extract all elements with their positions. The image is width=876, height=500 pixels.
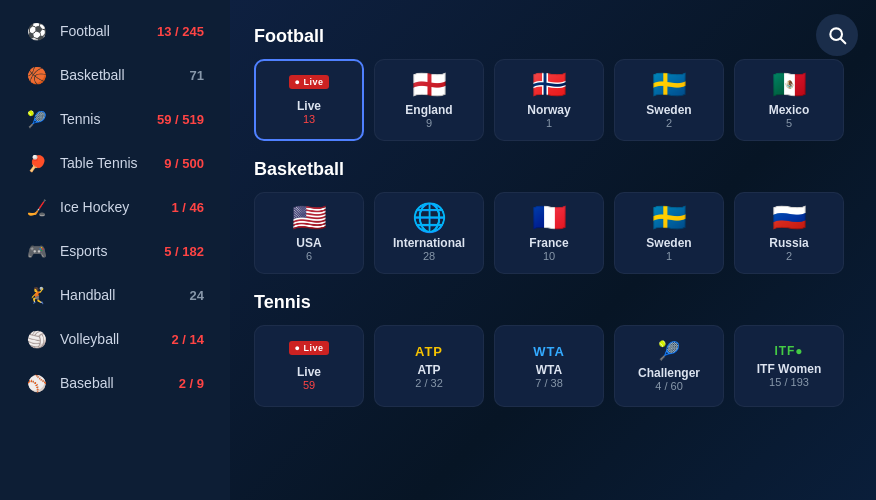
card-sweden[interactable]: 🇸🇪Sweden2 bbox=[614, 59, 724, 141]
card-count-international: 28 bbox=[423, 250, 435, 262]
card-count-norway: 1 bbox=[546, 117, 552, 129]
card-label-sweden: Sweden bbox=[646, 103, 691, 117]
section-title-tennis: Tennis bbox=[254, 292, 852, 313]
sidebar-label-icehockey: Ice Hockey bbox=[60, 199, 171, 215]
sidebar-label-baseball: Baseball bbox=[60, 375, 179, 391]
card-label-france: France bbox=[529, 236, 568, 250]
card-flag-england: 🏴󠁧󠁢󠁥󠁮󠁧󠁿 bbox=[412, 71, 447, 99]
sidebar-item-baseball[interactable]: ⚾Baseball2 / 9 bbox=[8, 362, 222, 404]
card-count-itfwomen: 15 / 193 bbox=[769, 376, 809, 388]
sidebar-item-tabletennis[interactable]: 🏓Table Tennis9 / 500 bbox=[8, 142, 222, 184]
svg-line-1 bbox=[841, 39, 846, 44]
sidebar-item-tennis[interactable]: 🎾Tennis59 / 519 bbox=[8, 98, 222, 140]
card-count-live2: 59 bbox=[303, 379, 315, 391]
card-count-sweden2: 1 bbox=[666, 250, 672, 262]
card-count-england: 9 bbox=[426, 117, 432, 129]
sidebar-label-tabletennis: Table Tennis bbox=[60, 155, 164, 171]
card-count-atp: 2 / 32 bbox=[415, 377, 443, 389]
esports-icon: 🎮 bbox=[26, 240, 48, 262]
atp-logo: ATP bbox=[415, 344, 443, 359]
cards-row-football: ● LiveLive13🏴󠁧󠁢󠁥󠁮󠁧󠁿England9🇳🇴Norway1🇸🇪Sw… bbox=[254, 59, 852, 141]
card-flag-sweden: 🇸🇪 bbox=[652, 71, 687, 99]
sidebar-item-basketball[interactable]: 🏀Basketball71 bbox=[8, 54, 222, 96]
live-badge: ● Live bbox=[289, 75, 330, 89]
card-label-usa: USA bbox=[296, 236, 321, 250]
card-sweden2[interactable]: 🇸🇪Sweden1 bbox=[614, 192, 724, 274]
icehockey-icon: 🏒 bbox=[26, 196, 48, 218]
sidebar-count-handball: 24 bbox=[190, 288, 204, 303]
sidebar-count-tabletennis: 9 / 500 bbox=[164, 156, 204, 171]
sidebar-item-handball[interactable]: 🤾Handball24 bbox=[8, 274, 222, 316]
card-label-atp: ATP bbox=[417, 363, 440, 377]
sidebar-label-basketball: Basketball bbox=[60, 67, 190, 83]
card-live2[interactable]: ● LiveLive59 bbox=[254, 325, 364, 407]
card-count-mexico: 5 bbox=[786, 117, 792, 129]
challenger-logo: 🎾 bbox=[658, 340, 681, 362]
search-button[interactable] bbox=[816, 14, 858, 56]
itf-logo: ITF● bbox=[774, 344, 803, 358]
card-mexico[interactable]: 🇲🇽Mexico5 bbox=[734, 59, 844, 141]
sidebar-item-icehockey[interactable]: 🏒Ice Hockey1 / 46 bbox=[8, 186, 222, 228]
card-label-live2: Live bbox=[297, 365, 321, 379]
card-count-russia: 2 bbox=[786, 250, 792, 262]
card-england[interactable]: 🏴󠁧󠁢󠁥󠁮󠁧󠁿England9 bbox=[374, 59, 484, 141]
sidebar-count-volleyball: 2 / 14 bbox=[171, 332, 204, 347]
card-itfwomen[interactable]: ITF●ITF Women15 / 193 bbox=[734, 325, 844, 407]
card-flag-international: 🌐 bbox=[412, 204, 447, 232]
football-icon: ⚽ bbox=[26, 20, 48, 42]
card-count-sweden: 2 bbox=[666, 117, 672, 129]
basketball-icon: 🏀 bbox=[26, 64, 48, 86]
card-label-live: Live bbox=[297, 99, 321, 113]
section-title-football: Football bbox=[254, 26, 852, 47]
live-badge: ● Live bbox=[289, 341, 330, 355]
sidebar-item-esports[interactable]: 🎮Esports5 / 182 bbox=[8, 230, 222, 272]
card-label-international: International bbox=[393, 236, 465, 250]
sidebar-item-volleyball[interactable]: 🏐Volleyball2 / 14 bbox=[8, 318, 222, 360]
card-challenger[interactable]: 🎾Challenger4 / 60 bbox=[614, 325, 724, 407]
card-flag-norway: 🇳🇴 bbox=[532, 71, 567, 99]
card-atp[interactable]: ATPATP2 / 32 bbox=[374, 325, 484, 407]
card-wta[interactable]: WTAWTA7 / 38 bbox=[494, 325, 604, 407]
sidebar-count-baseball: 2 / 9 bbox=[179, 376, 204, 391]
card-label-england: England bbox=[405, 103, 452, 117]
card-russia[interactable]: 🇷🇺Russia2 bbox=[734, 192, 844, 274]
card-flag-france: 🇫🇷 bbox=[532, 204, 567, 232]
card-france[interactable]: 🇫🇷France10 bbox=[494, 192, 604, 274]
main-content: Football● LiveLive13🏴󠁧󠁢󠁥󠁮󠁧󠁿England9🇳🇴Nor… bbox=[230, 0, 876, 500]
sidebar-item-football[interactable]: ⚽Football13 / 245 bbox=[8, 10, 222, 52]
sidebar: ⚽Football13 / 245🏀Basketball71🎾Tennis59 … bbox=[0, 0, 230, 500]
card-label-itfwomen: ITF Women bbox=[757, 362, 821, 376]
card-flag-sweden2: 🇸🇪 bbox=[652, 204, 687, 232]
sidebar-label-volleyball: Volleyball bbox=[60, 331, 171, 347]
card-live[interactable]: ● LiveLive13 bbox=[254, 59, 364, 141]
card-count-usa: 6 bbox=[306, 250, 312, 262]
card-count-live: 13 bbox=[303, 113, 315, 125]
wta-logo: WTA bbox=[533, 344, 565, 359]
card-count-france: 10 bbox=[543, 250, 555, 262]
card-usa[interactable]: 🇺🇸USA6 bbox=[254, 192, 364, 274]
card-label-wta: WTA bbox=[536, 363, 562, 377]
card-label-challenger: Challenger bbox=[638, 366, 700, 380]
tennis-icon: 🎾 bbox=[26, 108, 48, 130]
baseball-icon: ⚾ bbox=[26, 372, 48, 394]
card-flag-mexico: 🇲🇽 bbox=[772, 71, 807, 99]
volleyball-icon: 🏐 bbox=[26, 328, 48, 350]
card-flag-russia: 🇷🇺 bbox=[772, 204, 807, 232]
sidebar-count-basketball: 71 bbox=[190, 68, 204, 83]
sidebar-label-football: Football bbox=[60, 23, 157, 39]
sidebar-count-icehockey: 1 / 46 bbox=[171, 200, 204, 215]
tabletennis-icon: 🏓 bbox=[26, 152, 48, 174]
card-flag-usa: 🇺🇸 bbox=[292, 204, 327, 232]
card-label-russia: Russia bbox=[769, 236, 808, 250]
sidebar-label-esports: Esports bbox=[60, 243, 164, 259]
cards-row-basketball: 🇺🇸USA6🌐International28🇫🇷France10🇸🇪Sweden… bbox=[254, 192, 852, 274]
card-count-challenger: 4 / 60 bbox=[655, 380, 683, 392]
card-label-norway: Norway bbox=[527, 103, 570, 117]
card-label-mexico: Mexico bbox=[769, 103, 810, 117]
card-norway[interactable]: 🇳🇴Norway1 bbox=[494, 59, 604, 141]
cards-row-tennis: ● LiveLive59ATPATP2 / 32WTAWTA7 / 38🎾Cha… bbox=[254, 325, 852, 407]
sidebar-count-esports: 5 / 182 bbox=[164, 244, 204, 259]
card-label-sweden2: Sweden bbox=[646, 236, 691, 250]
card-international[interactable]: 🌐International28 bbox=[374, 192, 484, 274]
sidebar-label-tennis: Tennis bbox=[60, 111, 157, 127]
